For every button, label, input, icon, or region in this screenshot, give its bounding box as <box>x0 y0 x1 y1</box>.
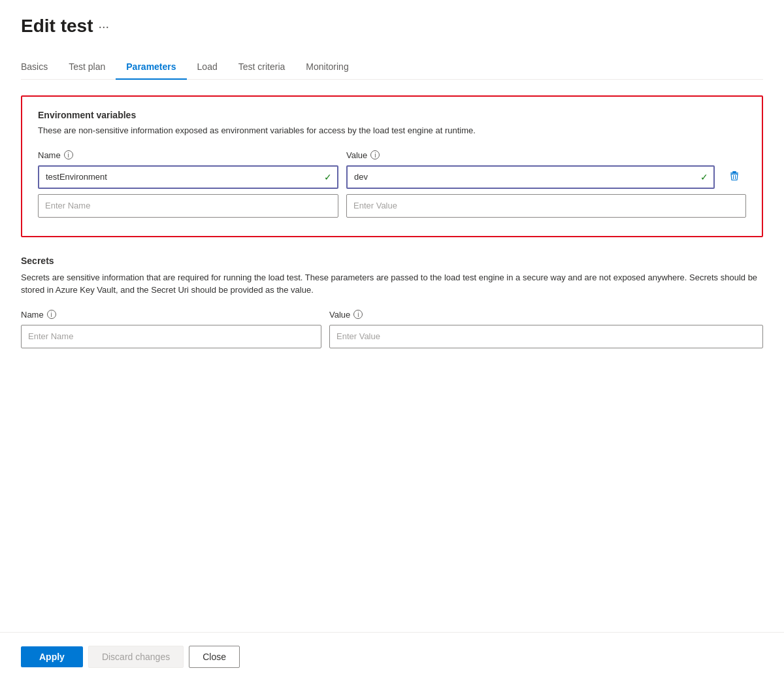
tab-parameters[interactable]: Parameters <box>116 55 186 80</box>
tab-basics[interactable]: Basics <box>21 55 58 80</box>
secrets-section-description: Secrets are sensitive information that a… <box>21 271 763 297</box>
env-section-description: These are non-sensitive information expo… <box>38 124 746 137</box>
svg-rect-0 <box>732 171 736 173</box>
env-value-filled-wrapper: ✓ <box>346 165 715 189</box>
tab-load[interactable]: Load <box>187 55 228 80</box>
env-name-empty-input[interactable] <box>38 194 338 218</box>
secrets-empty-row <box>21 325 763 348</box>
env-value-info-icon: i <box>370 150 380 159</box>
tab-testcriteria[interactable]: Test criteria <box>228 55 296 80</box>
env-filled-row: ✓ ✓ <box>38 165 746 189</box>
secrets-name-wrapper <box>21 325 321 348</box>
env-empty-row <box>38 194 746 218</box>
tab-monitoring[interactable]: Monitoring <box>295 55 359 80</box>
env-name-info-icon: i <box>64 150 73 159</box>
secrets-value-label: Value i <box>329 310 763 320</box>
env-variables-section: Environment variables These are non-sens… <box>21 95 763 237</box>
env-value-filled-input[interactable] <box>346 165 715 189</box>
svg-rect-1 <box>730 173 738 174</box>
secrets-name-input[interactable] <box>21 325 321 348</box>
secrets-section: Secrets Secrets are sensitive informatio… <box>21 256 763 348</box>
close-button[interactable]: Close <box>189 646 240 668</box>
env-name-filled-input[interactable] <box>38 165 338 189</box>
tab-testplan[interactable]: Test plan <box>58 55 116 80</box>
env-section-title: Environment variables <box>38 110 746 120</box>
secrets-name-info-icon: i <box>47 310 56 319</box>
env-value-label: Value i <box>346 150 746 160</box>
tab-nav: Basics Test plan Parameters Load Test cr… <box>21 55 763 80</box>
discard-button[interactable]: Discard changes <box>88 646 184 668</box>
secrets-field-labels: Name i Value i <box>21 310 763 320</box>
env-name-check-icon: ✓ <box>324 172 332 182</box>
page-title: Edit test ··· <box>21 16 763 37</box>
env-name-filled-wrapper: ✓ <box>38 165 338 189</box>
env-value-empty-wrapper <box>346 194 746 218</box>
env-name-empty-wrapper <box>38 194 338 218</box>
secrets-name-label: Name i <box>21 310 321 320</box>
env-value-check-icon: ✓ <box>700 172 708 182</box>
secrets-value-input[interactable] <box>329 325 763 348</box>
secrets-section-title: Secrets <box>21 256 763 266</box>
trash-icon <box>729 171 740 184</box>
env-value-empty-input[interactable] <box>346 194 746 218</box>
secrets-value-info-icon: i <box>353 310 363 319</box>
apply-button[interactable]: Apply <box>21 646 83 667</box>
footer: Apply Discard changes Close <box>0 632 784 681</box>
env-name-label: Name i <box>38 150 338 160</box>
env-field-labels: Name i Value i <box>38 150 746 160</box>
secrets-value-wrapper <box>329 325 763 348</box>
env-delete-button[interactable] <box>723 165 746 189</box>
